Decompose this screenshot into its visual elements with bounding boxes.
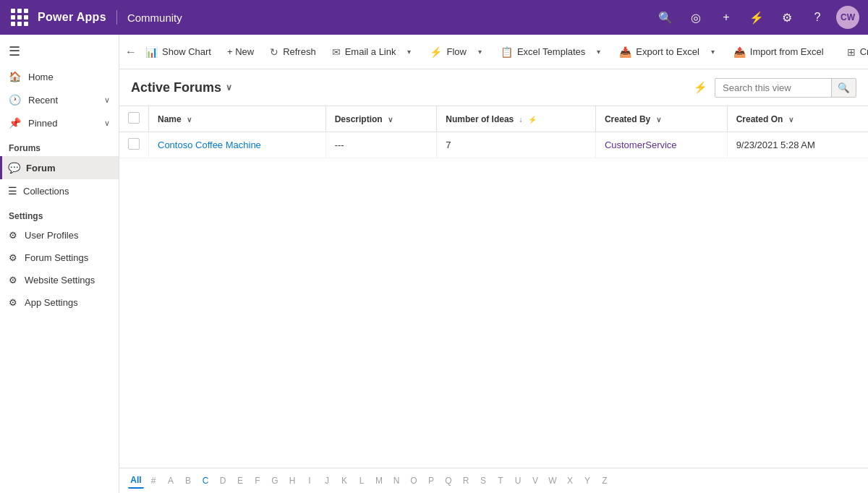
alpha-btn-t[interactable]: T: [493, 473, 509, 489]
sidebar-item-collections[interactable]: ☰ Collections: [0, 179, 119, 202]
export-excel-dropdown[interactable]: ▾: [708, 43, 718, 60]
create-view-icon: ⊞: [847, 46, 856, 58]
refresh-label: Refresh: [283, 46, 316, 57]
recent-icon: 🕐: [9, 94, 21, 106]
plus-icon[interactable]: +: [715, 6, 738, 29]
show-chart-button[interactable]: 📊 Show Chart: [138, 42, 218, 62]
sidebar-item-forum-settings[interactable]: ⚙ Forum Settings: [0, 246, 119, 269]
alpha-btn-a[interactable]: A: [163, 473, 179, 489]
row-name-link[interactable]: Contoso Coffee Machine: [158, 140, 261, 150]
alpha-btn-g[interactable]: G: [267, 473, 283, 489]
circle-check-icon[interactable]: ◎: [684, 6, 707, 29]
sidebar-item-website-settings[interactable]: ⚙ Website Settings: [0, 269, 119, 291]
avatar[interactable]: CW: [836, 6, 859, 29]
search-button[interactable]: 🔍: [831, 79, 856, 97]
alpha-btn-w[interactable]: W: [545, 473, 561, 489]
alpha-btn-p[interactable]: P: [423, 473, 439, 489]
data-table: Name ∨ Description ∨ Number of Ideas ↓ ⚡: [119, 106, 868, 158]
excel-templates-dropdown[interactable]: ▾: [594, 43, 603, 60]
alpha-btn-e[interactable]: E: [232, 473, 248, 489]
alpha-btn-n[interactable]: N: [388, 473, 404, 489]
alpha-btn-i[interactable]: I: [302, 473, 318, 489]
row-checkbox[interactable]: [128, 138, 140, 150]
alpha-btn-d[interactable]: D: [215, 473, 231, 489]
alpha-btn-b[interactable]: B: [180, 473, 196, 489]
alpha-btn-z[interactable]: Z: [597, 473, 613, 489]
alpha-btn-l[interactable]: L: [354, 473, 370, 489]
flow-button[interactable]: ⚡ Flow: [422, 42, 473, 62]
excel-templates-label: Excel Templates: [517, 46, 585, 57]
alpha-btn-all[interactable]: All: [128, 473, 144, 489]
excel-templates-button[interactable]: 📋 Excel Templates: [493, 42, 592, 62]
recent-chevron-icon: ∨: [104, 95, 110, 105]
select-all-header[interactable]: [119, 106, 149, 132]
alpha-btn-s[interactable]: S: [475, 473, 491, 489]
flow-dropdown[interactable]: ▾: [475, 43, 485, 60]
view-title[interactable]: Active Forums ∨: [131, 80, 232, 95]
created-by-column-header[interactable]: Created By ∨: [595, 106, 727, 132]
select-all-checkbox[interactable]: [128, 112, 140, 124]
hamburger-menu[interactable]: ☰: [0, 38, 119, 65]
email-link-dropdown[interactable]: ▾: [404, 43, 414, 60]
ideas-column-header[interactable]: Number of Ideas ↓ ⚡: [437, 106, 596, 132]
created-on-sort-icon: ∨: [788, 116, 793, 124]
alpha-btn-c[interactable]: C: [197, 473, 213, 489]
sidebar-forum-settings-label: Forum Settings: [25, 252, 88, 263]
alpha-btn-f[interactable]: F: [250, 473, 265, 489]
alpha-btn-q[interactable]: Q: [441, 473, 456, 489]
view-filter-button[interactable]: ⚡: [686, 77, 715, 98]
alpha-btn-j[interactable]: J: [319, 473, 335, 489]
created-by-header-label: Created By: [605, 114, 650, 124]
alpha-btn-x[interactable]: X: [562, 473, 578, 489]
settings-icon[interactable]: ⚙: [775, 6, 799, 29]
row-created-by-link[interactable]: CustomerService: [605, 140, 677, 150]
description-column-header[interactable]: Description ∨: [326, 106, 437, 132]
alphabet-nav: All#ABCDEFGHIJKLMNOPQRSTUVWXYZ: [119, 468, 868, 493]
export-excel-button[interactable]: 📥 Export to Excel: [612, 42, 706, 62]
import-excel-button[interactable]: 📤 Import from Excel: [726, 42, 831, 62]
home-icon: 🏠: [9, 71, 21, 82]
sidebar-item-user-profiles[interactable]: ⚙ User Profiles: [0, 224, 119, 246]
alpha-btn-#[interactable]: #: [145, 473, 161, 489]
back-button[interactable]: ←: [125, 40, 137, 64]
topbar: Power Apps Community 🔍 ◎ + ⚡ ⚙ ? CW: [0, 0, 868, 35]
alpha-btn-o[interactable]: O: [406, 473, 422, 489]
import-excel-label: Import from Excel: [750, 46, 824, 57]
forum-settings-icon: ⚙: [9, 252, 17, 263]
app-name: Power Apps: [38, 11, 106, 24]
created-on-column-header[interactable]: Created On ∨: [727, 106, 868, 132]
sidebar-item-recent[interactable]: 🕐 Recent ∨: [0, 88, 119, 111]
row-checkbox-cell[interactable]: [119, 132, 149, 158]
filter-icon[interactable]: ⚡: [745, 6, 768, 29]
alpha-btn-k[interactable]: K: [336, 473, 352, 489]
website-settings-icon: ⚙: [9, 275, 17, 286]
sidebar-item-forum[interactable]: 💬 Forum: [0, 156, 119, 179]
email-icon: ✉: [332, 46, 341, 58]
search-input[interactable]: [715, 79, 831, 97]
sidebar-item-pinned[interactable]: 📌 Pinned ∨: [0, 111, 119, 134]
waffle-menu[interactable]: [9, 7, 30, 28]
alpha-btn-v[interactable]: V: [527, 473, 543, 489]
new-button[interactable]: + New: [220, 42, 261, 61]
alpha-btn-r[interactable]: R: [458, 473, 474, 489]
name-sort-icon: ∨: [187, 116, 192, 124]
refresh-button[interactable]: ↻ Refresh: [263, 42, 323, 62]
sidebar-item-app-settings[interactable]: ⚙ App Settings: [0, 291, 119, 314]
main-layout: ☰ 🏠 Home 🕐 Recent ∨ 📌 Pinned ∨ Forums 💬 …: [0, 35, 868, 493]
email-link-button[interactable]: ✉ Email a Link: [325, 42, 404, 62]
flow-dropdown-icon: ▾: [478, 48, 482, 56]
alpha-btn-u[interactable]: U: [510, 473, 526, 489]
alpha-btn-m[interactable]: M: [371, 473, 387, 489]
table-header-row: Name ∨ Description ∨ Number of Ideas ↓ ⚡: [119, 106, 868, 132]
name-column-header[interactable]: Name ∨: [149, 106, 326, 132]
alpha-btn-h[interactable]: H: [284, 473, 300, 489]
row-created-on-cell: 9/23/2021 5:28 AM: [727, 132, 868, 158]
alpha-btn-y[interactable]: Y: [579, 473, 595, 489]
create-view-button[interactable]: ⊞ Create view: [840, 42, 868, 62]
chart-icon: 📊: [145, 46, 158, 58]
sidebar-item-home[interactable]: 🏠 Home: [0, 65, 119, 88]
help-icon[interactable]: ?: [806, 6, 829, 29]
flow-icon: ⚡: [430, 46, 442, 58]
search-icon[interactable]: 🔍: [654, 6, 677, 29]
row-ideas-cell: 7: [437, 132, 596, 158]
